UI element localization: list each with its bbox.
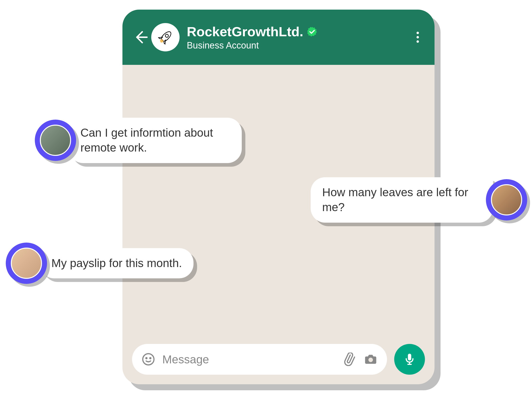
header-text-block[interactable]: RocketGrowthLtd. Business Account xyxy=(187,24,410,51)
message-row: How many leaves are left for me? xyxy=(311,177,527,223)
attachment-icon[interactable] xyxy=(343,353,357,366)
user-avatar[interactable] xyxy=(486,179,527,220)
emoji-icon[interactable] xyxy=(142,353,155,366)
svg-point-1 xyxy=(143,354,154,365)
rocket-icon xyxy=(157,29,174,45)
avatar-icon xyxy=(11,248,42,279)
microphone-icon xyxy=(403,353,416,366)
verified-badge-icon xyxy=(307,26,317,37)
svg-point-3 xyxy=(150,358,151,359)
svg-point-2 xyxy=(146,358,147,359)
message-row: Can I get informtion about remote work. xyxy=(35,118,242,163)
chat-subtitle: Business Account xyxy=(187,40,410,51)
svg-point-4 xyxy=(368,358,373,362)
camera-icon[interactable] xyxy=(364,353,377,366)
arrow-left-icon xyxy=(133,30,148,44)
chat-title: RocketGrowthLtd. xyxy=(187,24,303,39)
message-input-bar: Message xyxy=(132,344,425,375)
message-input-field[interactable]: Message xyxy=(132,344,387,375)
message-bubble[interactable]: My payslip for this month. xyxy=(40,248,194,278)
avatar-icon xyxy=(40,125,71,156)
message-bubble[interactable]: Can I get informtion about remote work. xyxy=(69,118,242,163)
avatar-icon xyxy=(491,184,522,215)
back-button[interactable] xyxy=(132,29,149,46)
chat-header: RocketGrowthLtd. Business Account xyxy=(122,10,434,65)
business-avatar[interactable] xyxy=(151,23,180,51)
voice-message-button[interactable] xyxy=(394,344,425,375)
more-options-button[interactable] xyxy=(410,30,425,44)
user-avatar[interactable] xyxy=(35,120,76,161)
user-avatar[interactable] xyxy=(6,242,47,284)
message-row: My payslip for this month. xyxy=(6,242,194,284)
message-bubble[interactable]: How many leaves are left for me? xyxy=(311,177,493,223)
dots-vertical-icon xyxy=(416,32,419,34)
message-input-placeholder: Message xyxy=(162,353,336,366)
